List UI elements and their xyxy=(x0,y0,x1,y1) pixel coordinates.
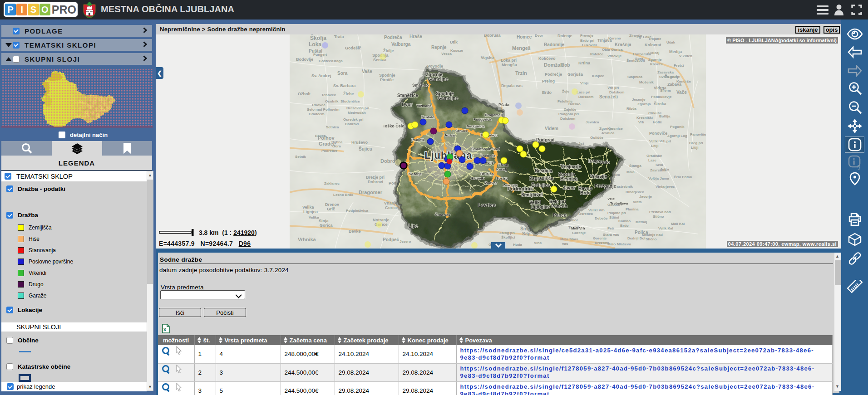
svg-text:Dolskem: Dolskem xyxy=(578,95,593,99)
svg-text:Podreber: Podreber xyxy=(321,149,337,153)
svg-text:Ježica: Ježica xyxy=(444,133,455,137)
svg-text:Panoviče: Panoviče xyxy=(690,132,706,137)
svg-text:Javorje: Javorje xyxy=(639,195,652,199)
svg-text:Velika: Velika xyxy=(302,205,315,210)
svg-text:Kandrše: Kandrše xyxy=(676,79,691,83)
svg-text:Sora: Sora xyxy=(337,71,348,76)
svg-text:Lipe: Lipe xyxy=(409,224,418,229)
svg-text:Petelinje: Petelinje xyxy=(557,99,572,103)
svg-text:Vrh: Vrh xyxy=(638,120,644,124)
svg-text:Bizovik: Bizovik xyxy=(471,176,484,180)
svg-text:Učak: Učak xyxy=(666,40,676,44)
svg-text:Vnajnarje: Vnajnarje xyxy=(561,164,581,169)
svg-text:Dobruša: Dobruša xyxy=(484,34,501,38)
svg-text:Jezero: Jezero xyxy=(399,239,411,244)
svg-text:Gorice: Gorice xyxy=(385,205,398,210)
svg-text:Črnuče: Črnuče xyxy=(455,129,468,133)
svg-text:Vrhnika: Vrhnika xyxy=(298,237,316,242)
svg-text:Kamno: Kamno xyxy=(618,219,631,223)
svg-text:Polhov: Polhov xyxy=(318,135,335,141)
svg-text:Senožeti: Senožeti xyxy=(599,94,618,99)
svg-text:Planina: Planina xyxy=(626,207,639,211)
svg-text:Šmartno ob Savi: Šmartno ob Savi xyxy=(471,147,500,151)
svg-text:Količevo: Količevo xyxy=(538,56,556,61)
svg-text:Pungert: Pungert xyxy=(313,53,327,57)
svg-text:Klopce: Klopce xyxy=(592,74,604,78)
svg-text:Mengšu: Mengšu xyxy=(502,63,517,67)
svg-text:Prevoje: Prevoje xyxy=(580,34,593,38)
svg-text:Podreča: Podreča xyxy=(384,35,402,40)
svg-text:Obla Gorica: Obla Gorica xyxy=(602,48,623,52)
svg-text:Vnanje: Vnanje xyxy=(384,201,398,205)
svg-text:Veliki Vrh pri: Veliki Vrh pri xyxy=(649,139,671,143)
svg-text:Boltija: Boltija xyxy=(659,114,671,118)
svg-text:Besnica: Besnica xyxy=(535,168,552,173)
svg-text:Mekinje nad: Mekinje nad xyxy=(642,233,663,237)
svg-text:vas: vas xyxy=(562,242,568,246)
svg-text:Jevnica: Jevnica xyxy=(586,120,599,124)
svg-text:Jelša: Jelša xyxy=(660,167,670,171)
svg-text:Podgora pri: Podgora pri xyxy=(558,112,579,116)
svg-text:Dednji Dol: Dednji Dol xyxy=(627,236,646,240)
svg-text:Volavlje: Volavlje xyxy=(590,174,607,179)
svg-text:Velika: Velika xyxy=(309,215,319,219)
svg-text:Dolskem: Dolskem xyxy=(609,90,624,94)
svg-text:Zajelše: Zajelše xyxy=(564,107,577,112)
svg-text:Vače: Vače xyxy=(676,90,687,95)
svg-text:Koreno: Koreno xyxy=(608,36,621,40)
svg-text:Notranje: Notranje xyxy=(373,218,390,222)
svg-text:V Zideh: V Zideh xyxy=(679,54,692,58)
svg-text:Hruševo: Hruševo xyxy=(351,140,368,145)
svg-text:Zagradišče: Zagradišče xyxy=(529,176,553,181)
svg-text:Brdo: Brdo xyxy=(620,224,629,228)
svg-text:Selo nad Polhovim: Selo nad Polhovim xyxy=(307,107,340,112)
svg-text:Podpeč: Podpeč xyxy=(383,237,399,242)
svg-text:Pretrž: Pretrž xyxy=(674,63,684,68)
svg-text:Vaše: Vaše xyxy=(362,69,372,74)
svg-text:Sela: Sela xyxy=(656,163,663,167)
svg-text:Draga: Draga xyxy=(332,59,343,63)
svg-text:Loka: Loka xyxy=(309,41,321,48)
svg-text:Medvodah: Medvodah xyxy=(348,111,366,115)
svg-text:Brdo: Brdo xyxy=(600,160,610,165)
svg-text:Riharjevec: Riharjevec xyxy=(626,190,644,194)
svg-text:Besnica: Besnica xyxy=(560,176,578,181)
svg-text:Zaklanec: Zaklanec xyxy=(324,181,340,185)
svg-text:Kresnice: Kresnice xyxy=(607,127,623,131)
svg-text:Šmartno: Šmartno xyxy=(412,83,429,88)
svg-text:Koseze: Koseze xyxy=(650,62,663,66)
svg-text:Sinja: Sinja xyxy=(319,219,329,223)
svg-text:Kašelj: Kašelj xyxy=(496,167,507,171)
svg-text:Trojane: Trojane xyxy=(648,37,661,41)
svg-text:Jesenje: Jesenje xyxy=(632,98,646,102)
svg-text:Sv. Andrej: Sv. Andrej xyxy=(311,73,331,78)
svg-text:Mala Stara: Mala Stara xyxy=(560,237,579,241)
svg-text:Črni Potok: Črni Potok xyxy=(674,175,692,179)
svg-text:Zadvor: Zadvor xyxy=(485,181,497,185)
svg-text:Podplešivica: Podplešivica xyxy=(346,209,368,213)
svg-text:Gorenje: Gorenje xyxy=(572,231,586,235)
svg-text:Zgornja: Zgornja xyxy=(637,102,651,106)
svg-text:Trzin: Trzin xyxy=(515,70,527,76)
svg-text:Podgrad: Podgrad xyxy=(536,137,555,142)
svg-text:Vrhovlje: Vrhovlje xyxy=(607,54,622,58)
svg-text:Hraše: Hraše xyxy=(409,34,422,39)
svg-text:Javor: Javor xyxy=(563,185,575,190)
svg-text:Dobrovi: Dobrovi xyxy=(368,180,383,184)
svg-text:Prežganje: Prežganje xyxy=(595,184,616,189)
svg-text:Vrh pri: Vrh pri xyxy=(607,86,619,90)
svg-text:Nadgorica: Nadgorica xyxy=(467,124,485,128)
svg-text:Prelog: Prelog xyxy=(542,79,555,83)
svg-text:Depala vas: Depala vas xyxy=(501,83,523,88)
svg-text:Gorica: Gorica xyxy=(320,223,333,228)
svg-text:Zgornji Log: Zgornji Log xyxy=(667,134,687,138)
svg-text:Vižmarje: Vižmarje xyxy=(417,104,432,108)
svg-text:Metnaj: Metnaj xyxy=(636,220,647,224)
svg-text:Valburga: Valburga xyxy=(391,42,411,47)
svg-text:Pogonik: Pogonik xyxy=(670,125,685,129)
svg-text:Videm: Videm xyxy=(545,126,558,131)
svg-text:Pšata: Pšata xyxy=(498,102,510,107)
svg-text:Žlebe: Žlebe xyxy=(343,91,354,96)
svg-text:Brezje pri: Brezje pri xyxy=(366,175,385,180)
svg-text:Setnik: Setnik xyxy=(295,155,306,159)
